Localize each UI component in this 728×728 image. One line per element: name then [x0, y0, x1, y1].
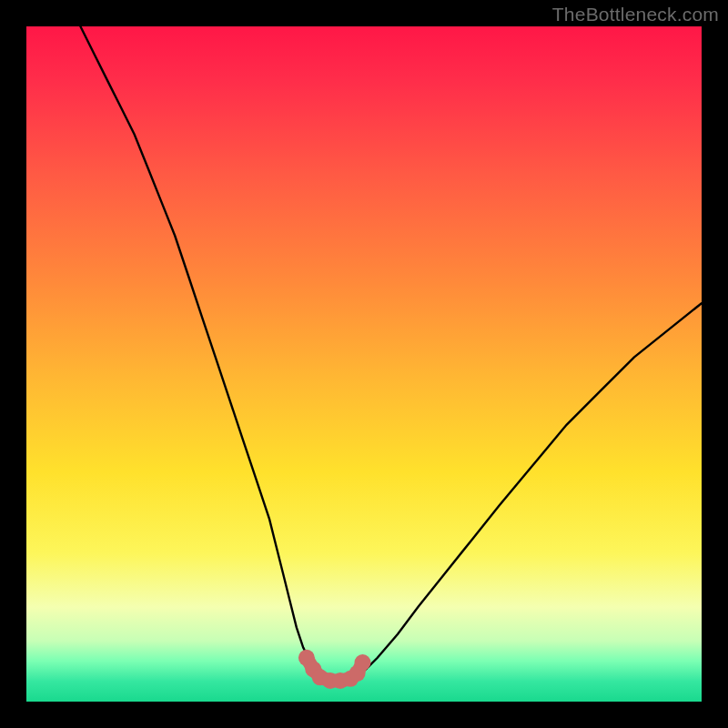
chart-frame: TheBottleneck.com	[0, 0, 728, 728]
watermark-text: TheBottleneck.com	[552, 4, 719, 25]
chart-plot-area	[26, 26, 702, 702]
flat-region-markers	[298, 650, 371, 689]
bottleneck-curve	[80, 26, 702, 682]
flat-region-dot	[355, 654, 371, 671]
chart-svg	[26, 26, 702, 702]
